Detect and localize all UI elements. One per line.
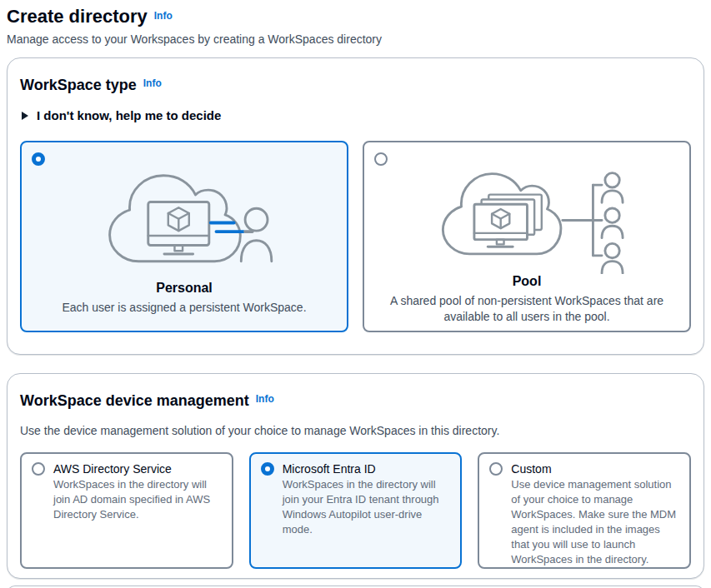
entra-id-radio[interactable] (261, 462, 274, 476)
create-directory-page: Create directoryInfo Manage access to yo… (0, 0, 711, 588)
tile-custom[interactable]: Custom Use device management solution of… (478, 452, 691, 569)
expand-caret-icon (22, 112, 28, 120)
pool-radio[interactable] (374, 152, 388, 166)
entra-id-title-row: Microsoft Entra ID (261, 462, 451, 476)
entra-id-description: WorkSpaces in the directory will join yo… (283, 477, 451, 537)
custom-title-row: Custom (489, 462, 679, 476)
expander-label: I don't know, help me to decide (37, 108, 221, 122)
page-title-text: Create directory (7, 6, 148, 27)
workspace-type-heading-text: WorkSpace type (20, 77, 137, 93)
aws-directory-radio[interactable] (32, 462, 45, 476)
pool-workspaces-cloud-users-icon (423, 166, 631, 274)
tile-microsoft-entra-id[interactable]: Microsoft Entra ID WorkSpaces in the dir… (249, 452, 463, 569)
device-management-description: Use the device management solution of yo… (20, 422, 691, 439)
pool-tile-description: A shared pool of non-persistent WorkSpac… (389, 293, 664, 325)
aws-directory-description: WorkSpaces in the directory will join AD… (53, 477, 222, 522)
page-subtitle: Manage access to your Workspaces by crea… (7, 32, 704, 47)
device-management-tiles: AWS Directory Service WorkSpaces in the … (20, 452, 691, 569)
aws-directory-label: AWS Directory Service (53, 462, 172, 476)
custom-radio[interactable] (489, 462, 503, 476)
tile-personal[interactable]: Personal Each user is assigned a persist… (20, 141, 348, 332)
pool-icon-wrap (423, 166, 631, 274)
workspace-type-tiles: Personal Each user is assigned a persist… (20, 141, 691, 332)
device-management-heading: WorkSpace device managementInfo (20, 389, 691, 411)
personal-tile-description: Each user is assigned a persistent WorkS… (62, 300, 306, 316)
workspace-type-info-link[interactable]: Info (143, 77, 162, 89)
personal-tile-label: Personal (156, 281, 213, 296)
personal-icon-wrap (87, 166, 283, 281)
page-info-link[interactable]: Info (154, 10, 173, 22)
pool-tile-label: Pool (513, 274, 542, 289)
entra-id-label: Microsoft Entra ID (283, 462, 376, 476)
help-me-decide-expander[interactable]: I don't know, help me to decide (20, 108, 691, 122)
workspace-type-section: WorkSpace typeInfo I don't know, help me… (7, 57, 704, 355)
aws-directory-title-row: AWS Directory Service (32, 462, 222, 476)
personal-workspace-cloud-user-icon (87, 172, 283, 276)
page-header: Create directoryInfo Manage access to yo… (7, 5, 704, 47)
custom-label: Custom (511, 462, 551, 476)
workspace-type-heading: WorkSpace typeInfo (20, 73, 691, 95)
page-title: Create directoryInfo (7, 5, 704, 27)
tile-aws-directory-service[interactable]: AWS Directory Service WorkSpaces in the … (20, 452, 233, 569)
device-management-heading-text: WorkSpace device management (20, 392, 249, 409)
personal-radio[interactable] (32, 152, 45, 166)
device-management-section: WorkSpace device managementInfo Use the … (7, 373, 704, 579)
custom-description: Use device management solution of your c… (511, 477, 679, 567)
device-management-info-link[interactable]: Info (256, 393, 274, 405)
tile-pool[interactable]: Pool A shared pool of non-persistent Wor… (363, 141, 691, 332)
